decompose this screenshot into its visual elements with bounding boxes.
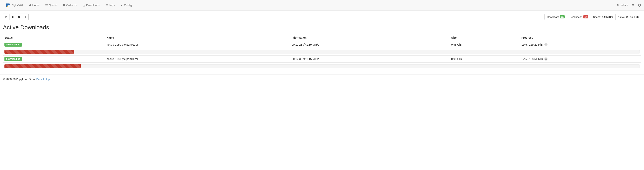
file-info: 00:12:23 @ 1.19 MiB/s	[290, 41, 450, 48]
magnet-icon	[63, 4, 65, 7]
navbar-right: admin	[616, 4, 641, 7]
nav-downloads[interactable]: Downloads	[80, 1, 102, 10]
status-group: Download: on Reconnect: off Speed: 1.9 M…	[544, 14, 641, 20]
active-total: 28	[636, 16, 638, 19]
nav-config[interactable]: Config	[118, 1, 134, 10]
status-badge: downloading	[4, 43, 22, 47]
active-running: 2	[626, 16, 628, 19]
home-icon	[29, 4, 32, 7]
reconnect-status-box[interactable]: Reconnect: off	[567, 14, 591, 20]
cancel-download-button[interactable]: ✕	[544, 43, 548, 46]
user-menu[interactable]: admin	[616, 4, 628, 7]
nav-queue[interactable]: Queue	[42, 1, 60, 10]
brand-text: pyLoad	[12, 3, 23, 7]
table-row: downloadingnoa3d-1080-pte.part02.rar00:1…	[3, 41, 641, 48]
control-button-group	[3, 14, 28, 20]
stop-icon	[11, 16, 14, 18]
page-title: Active Downloads	[3, 24, 641, 31]
col-status: Status	[3, 35, 105, 41]
svg-rect-1	[639, 5, 640, 6]
file-size: 0.98 GiB	[450, 55, 520, 63]
wrench-icon	[120, 4, 123, 7]
download-state-badge: on	[560, 15, 565, 19]
info-icon[interactable]	[638, 4, 641, 7]
table-row: downloadingnoa3d-1080-pte.part01.rar00:1…	[3, 55, 641, 63]
col-progress: Progress	[520, 35, 641, 41]
play-icon	[5, 16, 8, 18]
file-name: noa3d-1080-pte.part02.rar	[105, 41, 290, 48]
footer: © 2008-2011 pyLoad Team Back to top	[0, 74, 644, 84]
logs-icon	[106, 4, 108, 7]
file-size: 0.98 GiB	[450, 41, 520, 48]
nav-logs[interactable]: Logs	[102, 1, 118, 10]
add-button[interactable]	[22, 14, 28, 20]
svg-rect-2	[639, 5, 640, 5]
active-status-box: Active: 2 / 17 / 28	[616, 14, 641, 20]
downloads-table: Status Name Information Size Progress do…	[3, 35, 641, 70]
progress-text: 12% / 128.61 MiB	[522, 57, 543, 60]
list-icon	[45, 4, 48, 7]
status-badge: downloading	[4, 57, 22, 61]
col-information: Information	[290, 35, 450, 41]
speed-value: 1.9 MiB/s	[602, 16, 613, 19]
progress-bar	[4, 64, 640, 68]
brand-link[interactable]: pyLoad	[3, 0, 26, 11]
user-icon	[616, 4, 620, 7]
col-size: Size	[450, 35, 520, 41]
speed-status-box: Speed: 1.9 MiB/s	[590, 14, 616, 20]
cancel-button[interactable]	[16, 14, 22, 20]
reconnect-state-badge: off	[583, 15, 588, 19]
user-name: admin	[620, 4, 628, 7]
back-to-top-link[interactable]: Back to top	[36, 78, 50, 81]
cancel-download-button[interactable]: ✕	[544, 57, 548, 60]
col-name: Name	[105, 35, 290, 41]
progress-row	[3, 63, 641, 70]
nav-collector[interactable]: Collector	[60, 1, 80, 10]
gear-icon[interactable]	[632, 4, 634, 7]
svg-rect-3	[12, 16, 14, 18]
nav-list: Home Queue Collector Downloads Logs Conf…	[26, 1, 135, 10]
top-navbar: pyLoad Home Queue Collector Downloads Lo…	[0, 0, 644, 11]
download-status-box[interactable]: Download: on	[544, 14, 567, 20]
download-icon	[83, 4, 86, 7]
toolbar-row: Download: on Reconnect: off Speed: 1.9 M…	[3, 14, 641, 20]
plus-icon	[24, 16, 27, 18]
footer-copyright: © 2008-2011 pyLoad Team	[3, 78, 36, 81]
file-name: noa3d-1080-pte.part01.rar	[105, 55, 290, 63]
active-queued: 17	[630, 16, 633, 19]
progress-bar	[4, 50, 640, 54]
stop-button[interactable]	[9, 14, 16, 20]
pyload-logo-icon	[6, 3, 10, 8]
nav-home[interactable]: Home	[26, 1, 42, 10]
close-icon	[18, 16, 20, 18]
play-button[interactable]	[3, 14, 10, 20]
progress-row	[3, 48, 641, 55]
file-info: 00:12:36 @ 1.15 MiB/s	[290, 55, 450, 63]
progress-text: 11% / 119.22 MiB	[522, 43, 543, 46]
